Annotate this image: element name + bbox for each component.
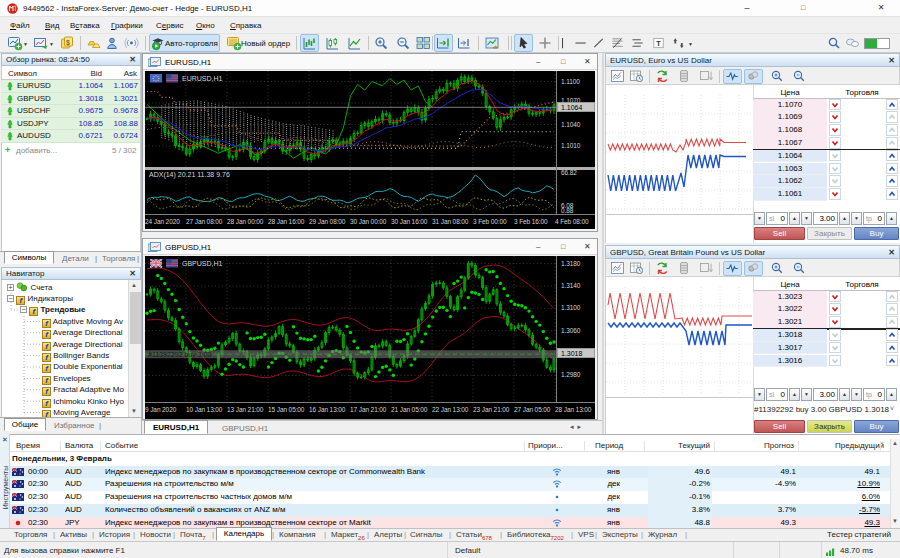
svg-text:#11392292 buy 3.00: #11392292 buy 3.00 [148, 351, 211, 359]
svg-text:T: T [656, 39, 661, 48]
svg-text:$: $ [66, 39, 70, 47]
